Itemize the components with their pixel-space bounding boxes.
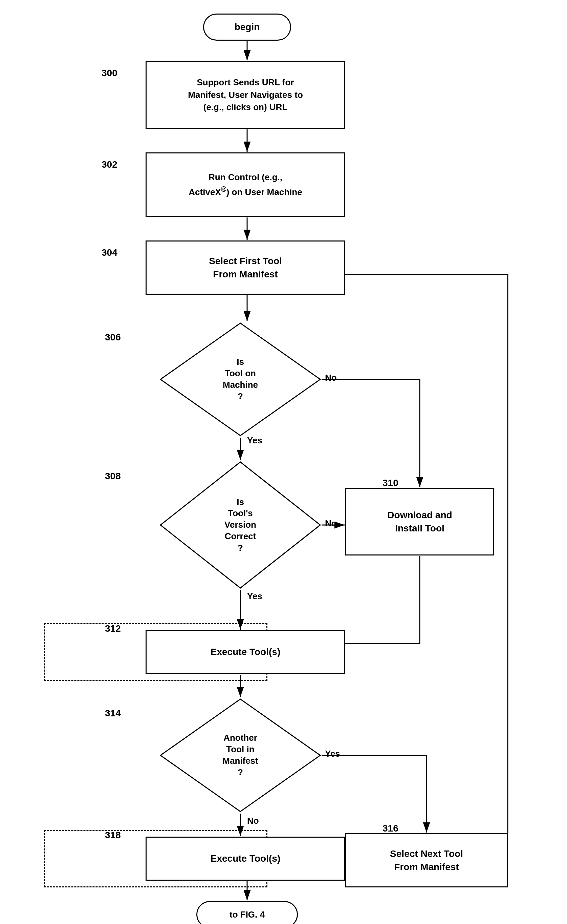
ref-316: 316 — [382, 823, 398, 834]
step-310-label: Download andInstall Tool — [387, 508, 452, 535]
label-no-314: No — [247, 816, 259, 826]
label-no-306: No — [325, 373, 337, 383]
step-316-label: Select Next ToolFrom Manifest — [390, 847, 463, 873]
ref-312: 312 — [105, 623, 121, 634]
step-300: Support Sends URL forManifest, User Navi… — [146, 61, 345, 129]
diamond-306-label: IsTool onMachine? — [223, 356, 258, 402]
step-300-label: Support Sends URL forManifest, User Navi… — [188, 76, 303, 113]
step-312-label: Execute Tool(s) — [210, 647, 280, 657]
begin-shape: begin — [203, 14, 291, 41]
ref-314: 314 — [105, 708, 121, 719]
fig4-label: to FIG. 4 — [230, 909, 265, 920]
diagram-container: begin 300 Support Sends URL forManifest,… — [0, 0, 567, 924]
step-304: Select First ToolFrom Manifest — [146, 240, 345, 294]
begin-label: begin — [235, 22, 260, 33]
step-316: Select Next ToolFrom Manifest — [345, 833, 508, 887]
label-yes-306: Yes — [247, 435, 262, 446]
step-312: Execute Tool(s) — [146, 630, 345, 674]
step-302: Run Control (e.g.,ActiveX®) on User Mach… — [146, 152, 345, 217]
label-yes-314: Yes — [325, 748, 340, 759]
label-yes-308: Yes — [247, 591, 262, 601]
ref-318: 318 — [105, 830, 121, 841]
step-310: Download andInstall Tool — [345, 488, 494, 556]
label-no-308: No — [325, 518, 337, 529]
ref-310: 310 — [382, 478, 398, 488]
ref-302: 302 — [102, 159, 117, 170]
ref-300: 300 — [102, 68, 117, 78]
step-318: Execute Tool(s) — [146, 837, 345, 880]
ref-306: 306 — [105, 332, 121, 343]
diamond-314: AnotherTool inManifest? — [159, 698, 322, 813]
diamond-308-label: IsTool'sVersionCorrect? — [224, 497, 256, 554]
step-304-label: Select First ToolFrom Manifest — [209, 254, 282, 281]
diamond-306: IsTool onMachine? — [159, 322, 322, 437]
diamond-314-label: AnotherTool inManifest? — [222, 732, 258, 778]
ref-304: 304 — [102, 247, 117, 258]
fig4-shape: to FIG. 4 — [196, 901, 298, 924]
diamond-308: IsTool'sVersionCorrect? — [159, 461, 322, 589]
ref-308: 308 — [105, 471, 121, 482]
step-318-label: Execute Tool(s) — [210, 853, 280, 864]
step-302-label: Run Control (e.g.,ActiveX®) on User Mach… — [189, 171, 302, 199]
